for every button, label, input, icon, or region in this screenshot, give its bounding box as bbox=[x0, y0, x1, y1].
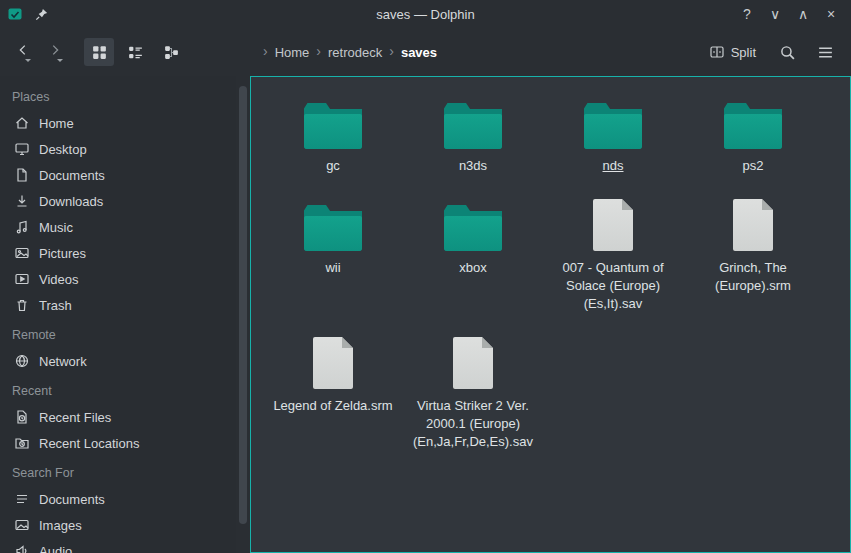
sidebar-item-label: Music bbox=[39, 220, 73, 235]
folder-item-ps2[interactable]: ps2 bbox=[683, 93, 823, 175]
section-header-places[interactable]: Places bbox=[0, 80, 236, 110]
view-mode-buttons bbox=[84, 38, 186, 66]
sidebar-item-trash[interactable]: Trash bbox=[0, 292, 236, 318]
folder-item-xbox[interactable]: xbox bbox=[403, 195, 543, 277]
help-button[interactable]: ? bbox=[735, 3, 759, 25]
tree-view-button[interactable] bbox=[156, 38, 186, 66]
documents-icon bbox=[14, 167, 30, 183]
item-icon-box bbox=[444, 195, 502, 251]
sidebar-item-label: Desktop bbox=[39, 142, 87, 157]
breadcrumb: ›Home›retrodeck›saves bbox=[262, 28, 441, 76]
file-item-virtua-striker-2-ver-2000-1-europe-en-ja-fr-de-es-sav[interactable]: Virtua Striker 2 Ver. 2000.1 (Europe) (E… bbox=[403, 333, 543, 451]
section-header-recent[interactable]: Recent bbox=[0, 374, 236, 404]
recent-files-icon bbox=[14, 409, 30, 425]
sidebar-item-recent-files[interactable]: Recent Files bbox=[0, 404, 236, 430]
sidebar-item-audio[interactable]: Audio bbox=[0, 538, 236, 553]
item-label: Legend of Zelda.srm bbox=[273, 397, 392, 415]
folder-item-wii[interactable]: wii bbox=[263, 195, 403, 277]
titlebar-left-icons bbox=[0, 5, 50, 23]
sidebar-scrollbar-thumb[interactable] bbox=[239, 86, 247, 524]
sidebar-sections: PlacesHomeDesktopDocumentsDownloadsMusic… bbox=[0, 80, 236, 553]
folder-icon bbox=[304, 103, 362, 149]
sidebar-item-label: Trash bbox=[39, 298, 72, 313]
folder-icon bbox=[304, 205, 362, 251]
desktop-icon bbox=[14, 141, 30, 157]
page-fold-corner bbox=[622, 199, 633, 210]
item-icon-box bbox=[304, 93, 362, 149]
item-icon-box bbox=[733, 195, 773, 251]
nav-buttons bbox=[0, 37, 68, 67]
item-label: nds bbox=[603, 157, 624, 175]
sidebar-scrollbar[interactable] bbox=[236, 76, 250, 553]
window-title: saves — Dolphin bbox=[0, 7, 851, 22]
section-header-remote[interactable]: Remote bbox=[0, 318, 236, 348]
sidebar-item-label: Home bbox=[39, 116, 74, 131]
minimize-button[interactable]: ∨ bbox=[763, 3, 787, 25]
page-fold-corner bbox=[762, 199, 773, 210]
back-button[interactable] bbox=[10, 37, 36, 67]
window-controls: ? ∨ ∧ × bbox=[735, 3, 851, 25]
pictures-icon bbox=[14, 245, 30, 261]
breadcrumb-item-saves[interactable]: saves bbox=[397, 42, 441, 63]
folder-item-gc[interactable]: gc bbox=[263, 93, 403, 175]
sidebar-item-downloads[interactable]: Downloads bbox=[0, 188, 236, 214]
sidebar-item-documents[interactable]: Documents bbox=[0, 486, 236, 512]
sidebar-item-label: Videos bbox=[39, 272, 79, 287]
file-item-legend-of-zelda-srm[interactable]: Legend of Zelda.srm bbox=[263, 333, 403, 415]
close-button[interactable]: × bbox=[819, 3, 843, 25]
folder-item-n3ds[interactable]: n3ds bbox=[403, 93, 543, 175]
item-icon-box bbox=[724, 93, 782, 149]
back-dropdown-caret[interactable] bbox=[25, 59, 31, 62]
maximize-button[interactable]: ∧ bbox=[791, 3, 815, 25]
videos-icon bbox=[14, 271, 30, 287]
folder-icon bbox=[444, 103, 502, 149]
sidebar-item-label: Recent Locations bbox=[39, 436, 139, 451]
item-icon-box bbox=[453, 333, 493, 389]
sidebar-item-images[interactable]: Images bbox=[0, 512, 236, 538]
sidebar-item-label: Pictures bbox=[39, 246, 86, 261]
sidebar-item-recent-locations[interactable]: Recent Locations bbox=[0, 430, 236, 456]
breadcrumb-item-retrodeck[interactable]: retrodeck bbox=[324, 42, 386, 63]
sidebar-item-network[interactable]: Network bbox=[0, 348, 236, 374]
pin-icon[interactable] bbox=[32, 5, 50, 23]
breadcrumb-separator-icon: › bbox=[262, 43, 269, 59]
search-button[interactable] bbox=[773, 38, 801, 66]
file-item-grinch-the-europe-srm[interactable]: Grinch, The (Europe).srm bbox=[683, 195, 823, 295]
home-icon bbox=[14, 115, 30, 131]
app-icon[interactable] bbox=[6, 5, 24, 23]
item-icon-box bbox=[304, 195, 362, 251]
folder-item-nds[interactable]: nds bbox=[543, 93, 683, 175]
places-panel: PlacesHomeDesktopDocumentsDownloadsMusic… bbox=[0, 76, 236, 553]
breadcrumb-separator-icon: › bbox=[388, 43, 395, 59]
sidebar-item-label: Documents bbox=[39, 168, 105, 183]
sidebar-item-label: Downloads bbox=[39, 194, 103, 209]
sidebar-item-pictures[interactable]: Pictures bbox=[0, 240, 236, 266]
sidebar-item-videos[interactable]: Videos bbox=[0, 266, 236, 292]
breadcrumb-item-home[interactable]: Home bbox=[271, 42, 314, 63]
forward-button[interactable] bbox=[42, 37, 68, 67]
sidebar-item-home[interactable]: Home bbox=[0, 110, 236, 136]
split-button[interactable]: Split bbox=[702, 39, 763, 65]
item-label: gc bbox=[326, 157, 340, 175]
split-button-label: Split bbox=[731, 45, 756, 60]
search-documents-icon bbox=[14, 491, 30, 507]
file-icon bbox=[453, 337, 493, 389]
file-item-007-quantum-of-solace-europe-es-it-sav[interactable]: 007 - Quantum of Solace (Europe) (Es,It)… bbox=[543, 195, 683, 313]
search-images-icon bbox=[14, 517, 30, 533]
item-label: ps2 bbox=[743, 157, 764, 175]
forward-dropdown-caret[interactable] bbox=[57, 59, 63, 62]
file-icon bbox=[313, 337, 353, 389]
section-header-search-for[interactable]: Search For bbox=[0, 456, 236, 486]
main-area: PlacesHomeDesktopDocumentsDownloadsMusic… bbox=[0, 76, 851, 553]
sidebar-item-documents[interactable]: Documents bbox=[0, 162, 236, 188]
sidebar-item-music[interactable]: Music bbox=[0, 214, 236, 240]
content-pane[interactable]: gcn3dsndsps2wiixbox007 - Quantum of Sola… bbox=[250, 76, 851, 553]
folder-icon bbox=[724, 103, 782, 149]
icons-view-button[interactable] bbox=[84, 38, 114, 66]
details-view-button[interactable] bbox=[120, 38, 150, 66]
item-label: Virtua Striker 2 Ver. 2000.1 (Europe) (E… bbox=[411, 397, 535, 451]
sidebar-item-desktop[interactable]: Desktop bbox=[0, 136, 236, 162]
item-icon-box bbox=[593, 195, 633, 251]
sidebar-item-label: Images bbox=[39, 518, 82, 533]
menu-button[interactable] bbox=[811, 38, 839, 66]
